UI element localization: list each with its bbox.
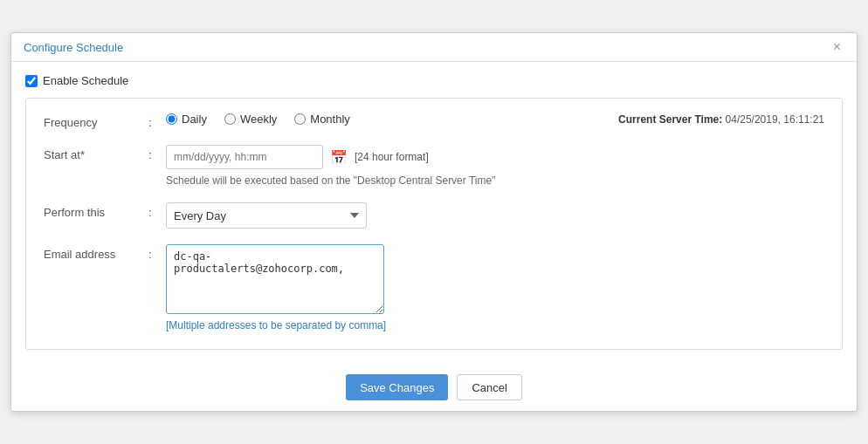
- save-changes-button[interactable]: Save Changes: [346, 374, 448, 400]
- email-address-label: Email address: [44, 244, 148, 261]
- perform-this-select[interactable]: Every Day Weekdays Weekends: [166, 202, 367, 229]
- dialog-header: Configure Schedule ×: [11, 33, 857, 62]
- enable-schedule-label[interactable]: Enable Schedule: [43, 74, 128, 87]
- radio-daily-label: Daily: [182, 113, 207, 126]
- dialog-footer: Save Changes Cancel: [11, 364, 857, 411]
- email-textarea-wrapper: dc-qa-productalerts@zohocorp.com,: [166, 244, 824, 314]
- frequency-content: Daily Weekly Monthly Current Server Time…: [166, 113, 824, 126]
- perform-this-colon: :: [148, 202, 166, 219]
- radio-daily[interactable]: Daily: [166, 113, 207, 126]
- radio-weekly-label: Weekly: [240, 113, 277, 126]
- cancel-button[interactable]: Cancel: [457, 374, 521, 400]
- email-address-row: Email address : dc-qa-productalerts@zoho…: [44, 244, 824, 331]
- dialog-title: Configure Schedule: [24, 41, 123, 54]
- start-at-content: 📅 [24 hour format] Schedule will be exec…: [166, 145, 824, 187]
- perform-this-label: Perform this: [44, 202, 148, 219]
- start-at-input[interactable]: [166, 145, 323, 169]
- perform-this-row: Perform this : Every Day Weekdays Weeken…: [44, 202, 824, 229]
- configure-schedule-dialog: Configure Schedule × Enable Schedule Fre…: [10, 32, 858, 412]
- email-textarea[interactable]: dc-qa-productalerts@zohocorp.com,: [166, 244, 384, 314]
- start-at-label: Start at*: [44, 145, 148, 161]
- radio-daily-input[interactable]: [166, 113, 177, 125]
- server-time-label: Current Server Time:: [618, 113, 722, 126]
- server-time: Current Server Time: 04/25/2019, 16:11:2…: [618, 113, 824, 126]
- email-address-content: dc-qa-productalerts@zohocorp.com, [Multi…: [166, 244, 824, 331]
- radio-monthly[interactable]: Monthly: [294, 113, 350, 126]
- dialog-body: Enable Schedule Frequency : Daily Weekly: [11, 62, 857, 364]
- close-button[interactable]: ×: [830, 40, 844, 54]
- email-address-colon: :: [148, 244, 166, 261]
- enable-schedule-checkbox[interactable]: [25, 75, 38, 87]
- config-box: Frequency : Daily Weekly: [25, 98, 843, 350]
- start-at-row: Start at* : 📅 [24 hour format] Schedule …: [44, 145, 824, 187]
- frequency-options: Daily Weekly Monthly: [166, 113, 618, 126]
- frequency-row: Frequency : Daily Weekly: [44, 113, 824, 129]
- enable-schedule-row: Enable Schedule: [25, 74, 843, 87]
- email-note: [Multiple addresses to be separated by c…: [166, 319, 824, 331]
- radio-weekly-input[interactable]: [224, 113, 236, 125]
- server-time-value: 04/25/2019, 16:11:21: [726, 113, 824, 126]
- frequency-label: Frequency: [44, 113, 148, 129]
- radio-weekly[interactable]: Weekly: [224, 113, 277, 126]
- radio-monthly-input[interactable]: [294, 113, 306, 125]
- calendar-icon[interactable]: 📅: [330, 149, 348, 166]
- radio-monthly-label: Monthly: [310, 113, 350, 126]
- frequency-colon: :: [148, 113, 166, 129]
- perform-this-content: Every Day Weekdays Weekends: [166, 202, 824, 229]
- server-time-note: Schedule will be executed based on the "…: [166, 174, 824, 187]
- start-at-colon: :: [148, 145, 166, 161]
- start-at-input-row: 📅 [24 hour format]: [166, 145, 824, 169]
- format-hint: [24 hour format]: [355, 151, 429, 163]
